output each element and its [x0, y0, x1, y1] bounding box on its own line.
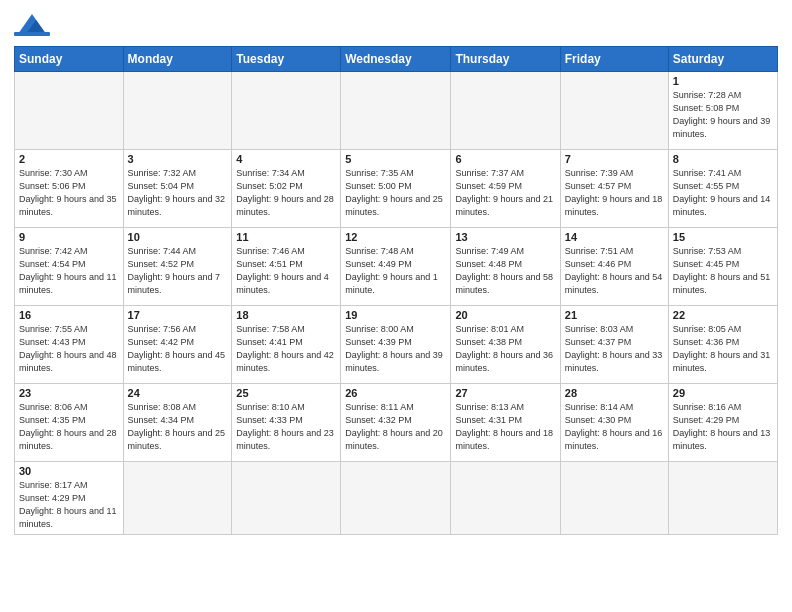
week-row-5: 30Sunrise: 8:17 AM Sunset: 4:29 PM Dayli…	[15, 462, 778, 535]
calendar-cell: 5Sunrise: 7:35 AM Sunset: 5:00 PM Daylig…	[341, 150, 451, 228]
week-row-0: 1Sunrise: 7:28 AM Sunset: 5:08 PM Daylig…	[15, 72, 778, 150]
calendar-cell: 17Sunrise: 7:56 AM Sunset: 4:42 PM Dayli…	[123, 306, 232, 384]
calendar-cell	[560, 462, 668, 535]
calendar-cell	[123, 72, 232, 150]
day-number: 17	[128, 309, 228, 321]
weekday-header-saturday: Saturday	[668, 47, 777, 72]
weekday-header-row: SundayMondayTuesdayWednesdayThursdayFrid…	[15, 47, 778, 72]
calendar-cell	[451, 462, 560, 535]
calendar-cell: 28Sunrise: 8:14 AM Sunset: 4:30 PM Dayli…	[560, 384, 668, 462]
page-container: SundayMondayTuesdayWednesdayThursdayFrid…	[0, 0, 792, 541]
day-number: 5	[345, 153, 446, 165]
day-info: Sunrise: 8:13 AM Sunset: 4:31 PM Dayligh…	[455, 401, 555, 453]
calendar-cell	[668, 462, 777, 535]
day-info: Sunrise: 8:16 AM Sunset: 4:29 PM Dayligh…	[673, 401, 773, 453]
day-info: Sunrise: 8:05 AM Sunset: 4:36 PM Dayligh…	[673, 323, 773, 375]
calendar-cell	[341, 462, 451, 535]
day-number: 2	[19, 153, 119, 165]
day-number: 18	[236, 309, 336, 321]
day-info: Sunrise: 7:39 AM Sunset: 4:57 PM Dayligh…	[565, 167, 664, 219]
day-info: Sunrise: 8:14 AM Sunset: 4:30 PM Dayligh…	[565, 401, 664, 453]
day-number: 28	[565, 387, 664, 399]
day-number: 21	[565, 309, 664, 321]
day-number: 8	[673, 153, 773, 165]
calendar-cell	[341, 72, 451, 150]
day-number: 27	[455, 387, 555, 399]
day-number: 29	[673, 387, 773, 399]
weekday-header-wednesday: Wednesday	[341, 47, 451, 72]
day-info: Sunrise: 7:56 AM Sunset: 4:42 PM Dayligh…	[128, 323, 228, 375]
day-number: 12	[345, 231, 446, 243]
day-info: Sunrise: 7:37 AM Sunset: 4:59 PM Dayligh…	[455, 167, 555, 219]
day-info: Sunrise: 7:30 AM Sunset: 5:06 PM Dayligh…	[19, 167, 119, 219]
day-info: Sunrise: 7:58 AM Sunset: 4:41 PM Dayligh…	[236, 323, 336, 375]
calendar-cell	[15, 72, 124, 150]
weekday-header-thursday: Thursday	[451, 47, 560, 72]
calendar-cell: 4Sunrise: 7:34 AM Sunset: 5:02 PM Daylig…	[232, 150, 341, 228]
calendar-table: SundayMondayTuesdayWednesdayThursdayFrid…	[14, 46, 778, 535]
day-info: Sunrise: 7:35 AM Sunset: 5:00 PM Dayligh…	[345, 167, 446, 219]
calendar-cell	[123, 462, 232, 535]
day-number: 10	[128, 231, 228, 243]
day-number: 4	[236, 153, 336, 165]
weekday-header-friday: Friday	[560, 47, 668, 72]
week-row-4: 23Sunrise: 8:06 AM Sunset: 4:35 PM Dayli…	[15, 384, 778, 462]
calendar-cell: 2Sunrise: 7:30 AM Sunset: 5:06 PM Daylig…	[15, 150, 124, 228]
day-number: 6	[455, 153, 555, 165]
day-info: Sunrise: 7:28 AM Sunset: 5:08 PM Dayligh…	[673, 89, 773, 141]
day-info: Sunrise: 7:51 AM Sunset: 4:46 PM Dayligh…	[565, 245, 664, 297]
calendar-cell	[232, 462, 341, 535]
day-info: Sunrise: 7:48 AM Sunset: 4:49 PM Dayligh…	[345, 245, 446, 297]
calendar-cell: 19Sunrise: 8:00 AM Sunset: 4:39 PM Dayli…	[341, 306, 451, 384]
day-info: Sunrise: 7:53 AM Sunset: 4:45 PM Dayligh…	[673, 245, 773, 297]
calendar-cell: 16Sunrise: 7:55 AM Sunset: 4:43 PM Dayli…	[15, 306, 124, 384]
day-number: 30	[19, 465, 119, 477]
day-info: Sunrise: 7:42 AM Sunset: 4:54 PM Dayligh…	[19, 245, 119, 297]
day-info: Sunrise: 7:32 AM Sunset: 5:04 PM Dayligh…	[128, 167, 228, 219]
day-number: 11	[236, 231, 336, 243]
calendar-cell: 29Sunrise: 8:16 AM Sunset: 4:29 PM Dayli…	[668, 384, 777, 462]
day-info: Sunrise: 8:17 AM Sunset: 4:29 PM Dayligh…	[19, 479, 119, 531]
calendar-cell: 6Sunrise: 7:37 AM Sunset: 4:59 PM Daylig…	[451, 150, 560, 228]
day-info: Sunrise: 8:08 AM Sunset: 4:34 PM Dayligh…	[128, 401, 228, 453]
day-number: 16	[19, 309, 119, 321]
calendar-cell	[451, 72, 560, 150]
calendar-cell: 1Sunrise: 7:28 AM Sunset: 5:08 PM Daylig…	[668, 72, 777, 150]
day-number: 9	[19, 231, 119, 243]
weekday-header-tuesday: Tuesday	[232, 47, 341, 72]
logo	[14, 10, 54, 38]
day-number: 14	[565, 231, 664, 243]
day-info: Sunrise: 7:34 AM Sunset: 5:02 PM Dayligh…	[236, 167, 336, 219]
calendar-cell: 12Sunrise: 7:48 AM Sunset: 4:49 PM Dayli…	[341, 228, 451, 306]
day-info: Sunrise: 7:46 AM Sunset: 4:51 PM Dayligh…	[236, 245, 336, 297]
calendar-cell	[232, 72, 341, 150]
day-number: 19	[345, 309, 446, 321]
calendar-cell: 3Sunrise: 7:32 AM Sunset: 5:04 PM Daylig…	[123, 150, 232, 228]
logo-icon	[14, 10, 50, 38]
calendar-cell: 26Sunrise: 8:11 AM Sunset: 4:32 PM Dayli…	[341, 384, 451, 462]
calendar-cell: 8Sunrise: 7:41 AM Sunset: 4:55 PM Daylig…	[668, 150, 777, 228]
calendar-cell: 18Sunrise: 7:58 AM Sunset: 4:41 PM Dayli…	[232, 306, 341, 384]
day-info: Sunrise: 7:55 AM Sunset: 4:43 PM Dayligh…	[19, 323, 119, 375]
day-number: 24	[128, 387, 228, 399]
day-info: Sunrise: 8:06 AM Sunset: 4:35 PM Dayligh…	[19, 401, 119, 453]
week-row-2: 9Sunrise: 7:42 AM Sunset: 4:54 PM Daylig…	[15, 228, 778, 306]
calendar-cell: 30Sunrise: 8:17 AM Sunset: 4:29 PM Dayli…	[15, 462, 124, 535]
calendar-cell: 13Sunrise: 7:49 AM Sunset: 4:48 PM Dayli…	[451, 228, 560, 306]
day-number: 1	[673, 75, 773, 87]
day-info: Sunrise: 7:44 AM Sunset: 4:52 PM Dayligh…	[128, 245, 228, 297]
calendar-cell	[560, 72, 668, 150]
calendar-cell: 11Sunrise: 7:46 AM Sunset: 4:51 PM Dayli…	[232, 228, 341, 306]
day-info: Sunrise: 7:49 AM Sunset: 4:48 PM Dayligh…	[455, 245, 555, 297]
calendar-cell: 20Sunrise: 8:01 AM Sunset: 4:38 PM Dayli…	[451, 306, 560, 384]
calendar-cell: 21Sunrise: 8:03 AM Sunset: 4:37 PM Dayli…	[560, 306, 668, 384]
day-number: 7	[565, 153, 664, 165]
page-header	[14, 10, 778, 38]
day-number: 3	[128, 153, 228, 165]
calendar-cell: 22Sunrise: 8:05 AM Sunset: 4:36 PM Dayli…	[668, 306, 777, 384]
calendar-cell: 24Sunrise: 8:08 AM Sunset: 4:34 PM Dayli…	[123, 384, 232, 462]
day-number: 26	[345, 387, 446, 399]
week-row-1: 2Sunrise: 7:30 AM Sunset: 5:06 PM Daylig…	[15, 150, 778, 228]
calendar-cell: 14Sunrise: 7:51 AM Sunset: 4:46 PM Dayli…	[560, 228, 668, 306]
calendar-cell: 27Sunrise: 8:13 AM Sunset: 4:31 PM Dayli…	[451, 384, 560, 462]
